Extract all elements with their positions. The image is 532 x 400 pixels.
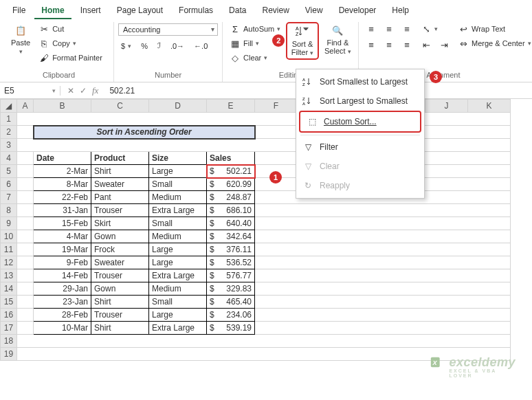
cell-product[interactable]: Shirt xyxy=(91,322,149,335)
cell-size[interactable]: Medium xyxy=(149,230,207,243)
cell-date[interactable]: 10-Mar xyxy=(34,322,91,335)
cell-sales[interactable]: $342.64 xyxy=(207,230,255,243)
row-header[interactable]: 16 xyxy=(1,309,17,322)
cell[interactable] xyxy=(17,230,34,243)
col-header[interactable]: C xyxy=(91,100,149,113)
cell[interactable] xyxy=(17,165,34,178)
cell-date[interactable]: 2-Mar xyxy=(34,165,91,178)
percent-button[interactable]: % xyxy=(138,40,151,52)
row-header[interactable]: 7 xyxy=(1,191,17,204)
cell-sales[interactable]: $376.11 xyxy=(207,243,255,256)
decrease-indent-button[interactable]: ⇤ xyxy=(418,38,434,52)
cell-sales[interactable]: $329.83 xyxy=(207,282,255,296)
cell[interactable] xyxy=(17,243,34,256)
cell[interactable] xyxy=(17,113,511,126)
copy-button[interactable]: ⎘Copy ▾ xyxy=(36,36,105,50)
row-header[interactable]: 11 xyxy=(1,243,17,256)
row-header[interactable]: 13 xyxy=(1,269,17,282)
cell[interactable] xyxy=(17,309,34,322)
cell-size[interactable]: Extra Large xyxy=(149,322,207,335)
cell-sales[interactable]: $502.21 xyxy=(207,165,255,178)
align-bottom-button[interactable]: ≡ xyxy=(399,22,415,36)
col-header[interactable]: D xyxy=(149,100,207,113)
cell-date[interactable]: 23-Jan xyxy=(34,296,91,309)
cell[interactable] xyxy=(255,243,511,256)
cell-size[interactable]: Extra Large xyxy=(149,204,207,217)
cell-date[interactable]: 31-Jan xyxy=(34,204,91,217)
filter-item[interactable]: ▽Filter xyxy=(296,137,424,157)
clear-item[interactable]: ▽Clear xyxy=(296,157,424,176)
cell[interactable] xyxy=(17,152,34,165)
row-header[interactable]: 3 xyxy=(1,139,17,152)
col-header[interactable]: K xyxy=(468,100,511,113)
col-header[interactable]: F xyxy=(255,100,298,113)
sort-desc-item[interactable]: ZASort Largest to Smallest xyxy=(296,91,424,111)
row-header[interactable]: 1 xyxy=(1,113,17,126)
sort-filter-button[interactable]: 2 AZ Sort & Filter ▾ xyxy=(286,22,318,60)
cell[interactable] xyxy=(17,126,34,139)
merge-center-button[interactable]: ⇔Merge & Center ▾ xyxy=(455,36,532,50)
col-header[interactable]: A xyxy=(17,100,34,113)
cell-date[interactable]: 9-Feb xyxy=(34,256,91,269)
cell[interactable] xyxy=(255,309,511,322)
cut-button[interactable]: ✂Cut xyxy=(36,22,105,36)
cell[interactable] xyxy=(17,282,34,296)
tab-help[interactable]: Help xyxy=(385,3,416,19)
cell-product[interactable]: Shirt xyxy=(91,165,149,178)
row-header[interactable]: 14 xyxy=(1,282,17,296)
cell[interactable] xyxy=(255,269,511,282)
cell-product[interactable]: Gown xyxy=(91,230,149,243)
cell-sales[interactable]: $620.99 xyxy=(207,178,255,191)
cell[interactable] xyxy=(255,204,511,217)
cell-sales[interactable]: $465.40 xyxy=(207,296,255,309)
tab-view[interactable]: View xyxy=(298,3,330,19)
row-header[interactable]: 17 xyxy=(1,322,17,335)
cell[interactable] xyxy=(255,296,511,309)
cell[interactable] xyxy=(17,204,34,217)
row-header[interactable]: 9 xyxy=(1,217,17,230)
align-center-button[interactable]: ≡ xyxy=(381,38,397,52)
custom-sort-item[interactable]: ⬚Custom Sort... 3 xyxy=(299,111,421,133)
number-format-select[interactable]: Accounting xyxy=(118,23,218,36)
name-box[interactable]: E5 xyxy=(0,86,60,96)
cell-date[interactable]: 8-Mar xyxy=(34,178,91,191)
header-cell[interactable]: Sales xyxy=(207,152,255,165)
cell-product[interactable]: Pant xyxy=(91,191,149,204)
cell[interactable] xyxy=(255,217,511,230)
cell-product[interactable]: Trouser xyxy=(91,204,149,217)
cell-product[interactable]: Skirt xyxy=(91,217,149,230)
tab-formulas[interactable]: Formulas xyxy=(172,3,220,19)
cell-product[interactable]: Frock xyxy=(91,243,149,256)
cell-size[interactable]: Extra Large xyxy=(149,269,207,282)
row-header[interactable]: 19 xyxy=(1,348,17,361)
paste-button[interactable]: 📋 Paste ▾ xyxy=(8,22,33,56)
cell[interactable] xyxy=(17,139,511,152)
cell[interactable] xyxy=(17,322,34,335)
title-cell[interactable]: Sort in Ascending Order xyxy=(34,126,255,139)
cancel-formula-icon[interactable]: ✕ xyxy=(67,86,74,96)
cell[interactable] xyxy=(255,256,511,269)
cell-sales[interactable]: $686.10 xyxy=(207,204,255,217)
align-middle-button[interactable]: ≡ xyxy=(381,22,397,36)
align-right-button[interactable]: ≡ xyxy=(399,38,415,52)
cell-product[interactable]: Sweater xyxy=(91,256,149,269)
row-header[interactable]: 6 xyxy=(1,178,17,191)
cell-sales[interactable]: $248.87 xyxy=(207,191,255,204)
comma-button[interactable]: ℐ xyxy=(155,40,164,52)
cell-size[interactable]: Large xyxy=(149,165,207,178)
orientation-button[interactable]: ⤡▾ xyxy=(418,22,441,36)
cell-date[interactable]: 19-Mar xyxy=(34,243,91,256)
col-header[interactable]: B xyxy=(34,100,91,113)
clear-button[interactable]: ◇Clear ▾ xyxy=(227,51,283,65)
cell-sales[interactable]: $640.40 xyxy=(207,217,255,230)
cell-size[interactable]: Small xyxy=(149,217,207,230)
row-header[interactable]: 2 xyxy=(1,126,17,139)
header-cell[interactable]: Size xyxy=(149,152,207,165)
cell-sales[interactable]: $576.77 xyxy=(207,269,255,282)
cell[interactable] xyxy=(255,282,511,296)
format-painter-button[interactable]: 🖌Format Painter xyxy=(36,51,105,65)
cell-product[interactable]: Trouser xyxy=(91,309,149,322)
cell-size[interactable]: Large xyxy=(149,256,207,269)
cell-size[interactable]: Medium xyxy=(149,191,207,204)
row-header[interactable]: 5 xyxy=(1,165,17,178)
